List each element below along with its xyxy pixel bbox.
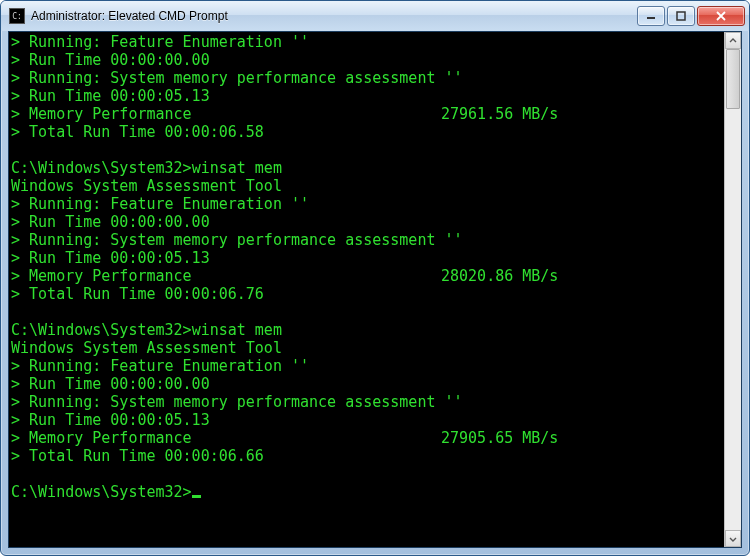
output-line: > Running: System memory performance ass… (11, 69, 722, 87)
minimize-button[interactable] (637, 6, 665, 26)
output-line: > Run Time 00:00:00.00 (11, 375, 722, 393)
window-controls (635, 6, 745, 26)
vertical-scrollbar[interactable] (724, 32, 741, 547)
output-line: > Running: Feature Enumeration '' (11, 33, 722, 51)
maximize-button[interactable] (667, 6, 695, 26)
output-line: > Memory Performance27961.56 MB/s (11, 105, 722, 123)
close-button[interactable] (697, 6, 745, 26)
output-line: > Total Run Time 00:00:06.66 (11, 447, 722, 465)
chevron-down-icon (729, 535, 737, 543)
output-line: > Run Time 00:00:00.00 (11, 213, 722, 231)
output-line: > Memory Performance28020.86 MB/s (11, 267, 722, 285)
output-line: > Running: Feature Enumeration '' (11, 195, 722, 213)
chevron-up-icon (729, 37, 737, 45)
output-line: > Run Time 00:00:05.13 (11, 249, 722, 267)
scroll-up-button[interactable] (725, 32, 741, 49)
cmd-icon: C: (9, 8, 25, 24)
output-line: > Run Time 00:00:05.13 (11, 87, 722, 105)
scrollbar-thumb[interactable] (726, 49, 740, 109)
titlebar[interactable]: C: Administrator: Elevated CMD Prompt (1, 1, 749, 31)
cursor (192, 495, 201, 498)
blank-line (11, 465, 722, 483)
output-line: > Total Run Time 00:00:06.76 (11, 285, 722, 303)
blank-line (11, 303, 722, 321)
svg-rect-0 (647, 17, 655, 19)
cmd-window: C: Administrator: Elevated CMD Prompt > … (0, 0, 750, 556)
output-line: Windows System Assessment Tool (11, 339, 722, 357)
output-line: > Run Time 00:00:05.13 (11, 411, 722, 429)
terminal-output[interactable]: > Running: Feature Enumeration ''> Run T… (9, 32, 724, 547)
output-line: > Running: System memory performance ass… (11, 231, 722, 249)
scroll-down-button[interactable] (725, 530, 741, 547)
maximize-icon (676, 11, 686, 21)
output-line: Windows System Assessment Tool (11, 177, 722, 195)
scrollbar-track[interactable] (725, 49, 741, 530)
minimize-icon (646, 11, 656, 21)
output-line: > Run Time 00:00:00.00 (11, 51, 722, 69)
output-line: > Memory Performance27905.65 MB/s (11, 429, 722, 447)
svg-rect-1 (677, 12, 685, 20)
output-line: > Total Run Time 00:00:06.58 (11, 123, 722, 141)
output-line: > Running: Feature Enumeration '' (11, 357, 722, 375)
prompt-line[interactable]: C:\Windows\System32> (11, 483, 722, 501)
prompt-line: C:\Windows\System32>winsat mem (11, 321, 722, 339)
window-title: Administrator: Elevated CMD Prompt (31, 9, 635, 23)
prompt-line: C:\Windows\System32>winsat mem (11, 159, 722, 177)
blank-line (11, 141, 722, 159)
close-icon (715, 11, 727, 21)
output-line: > Running: System memory performance ass… (11, 393, 722, 411)
client-area: > Running: Feature Enumeration ''> Run T… (8, 31, 742, 548)
